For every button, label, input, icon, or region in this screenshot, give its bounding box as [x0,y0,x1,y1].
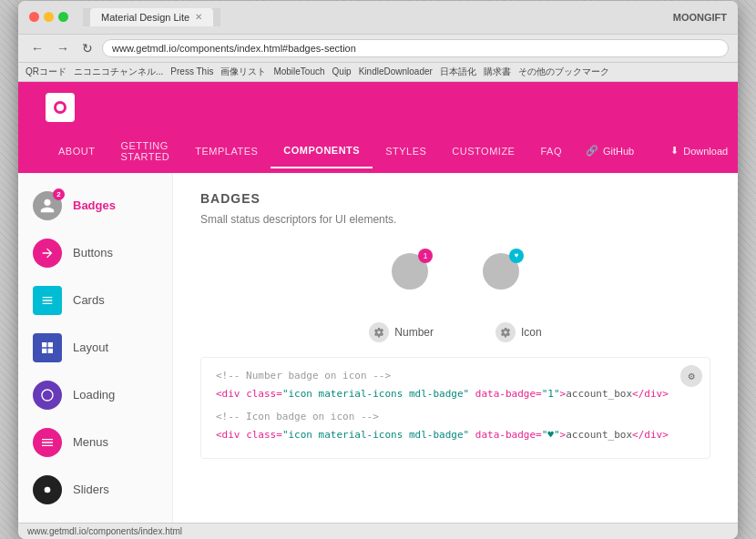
nav-item-templates[interactable]: TEMPLATES [182,135,271,168]
code-val-3: "icon material-icons mdl-badge" [282,429,469,441]
code-settings-button[interactable]: ⚙ [680,365,702,387]
code-val-4: "♥" [542,429,560,441]
sidebar-item-layout[interactable]: Layout [18,324,172,371]
code-text-2: account_box [566,429,632,441]
layout-icon [33,333,62,362]
code-val-2: "1" [542,388,560,400]
demo-badge-icon-label: ♥ [509,249,524,263]
site-nav: ABOUT GETTING STARTED TEMPLATES COMPONEN… [46,129,710,173]
bookmark-item[interactable]: 購求書 [484,66,511,78]
tab-bar: Material Design Lite ✕ [83,8,220,26]
traffic-lights [29,12,68,22]
svg-point-1 [56,104,64,111]
buttons-icon [33,239,62,268]
nav-item-components[interactable]: COMPONENTS [271,134,373,168]
back-button[interactable]: ← [27,39,47,57]
code-comment-2: <!-- Icon badge on icon --> [216,410,695,425]
badges-icon: 2 [33,191,62,220]
sliders-svg-icon [40,483,55,497]
code-tag-3: </div> [632,388,669,400]
icon-demo-button[interactable]: Icon [483,317,555,348]
close-button[interactable] [29,12,39,22]
icon-btn-label: Icon [521,326,542,339]
sidebar-label-layout: Layout [73,341,108,354]
code-tag-1: <div [216,388,246,400]
refresh-button[interactable]: ↻ [78,39,97,57]
forward-button[interactable]: → [53,39,73,57]
bookmark-item[interactable]: QRコード [26,66,66,78]
bookmark-item[interactable]: 画像リスト [220,66,266,78]
code-attr-1: class= [246,388,282,400]
site-content: ABOUT GETTING STARTED TEMPLATES COMPONEN… [18,82,738,523]
browser-window: Material Design Lite ✕ MOONGIFT ← → ↻ ww… [18,1,738,539]
demo-avatar-number: 1 [392,253,428,290]
avatar-person-icon [399,260,421,282]
minimize-button[interactable] [44,12,54,22]
sidebar-item-buttons[interactable]: Buttons [18,229,172,277]
title-bar: Material Design Lite ✕ MOONGIFT [18,1,738,35]
sidebar-label-cards: Cards [73,293,105,307]
badge-count: 2 [53,188,65,200]
code-attr-4: data-badge= [469,429,541,441]
code-val-1: "icon material-icons mdl-badge" [282,388,469,400]
settings-icon [373,327,384,338]
demo-area: 1 ♥ [200,244,710,299]
sidebar-label-menus: Menus [73,435,108,449]
bookmark-item[interactable]: その他のブックマーク [518,66,609,78]
arrow-icon [40,246,55,260]
number-btn-label: Number [394,326,434,339]
nav-item-customize[interactable]: CUSTOMIZE [439,135,527,168]
sidebar-item-badges[interactable]: 2 Badges [18,182,172,229]
code-line-1: <div class="icon material-icons mdl-badg… [216,387,695,402]
code-attr-2: data-badge= [469,388,541,400]
tab-title: Material Design Lite [101,12,189,23]
site-header: ABOUT GETTING STARTED TEMPLATES COMPONEN… [18,82,738,173]
nav-item-about[interactable]: ABOUT [46,135,107,168]
bookmark-item[interactable]: KindleDownloader [359,66,433,76]
url-bar[interactable]: www.getmdl.io/components/index.html#badg… [102,39,729,57]
settings-icon-2 [500,327,511,338]
sidebar-item-cards[interactable]: Cards [18,277,172,324]
layout-svg-icon [40,341,55,355]
logo-svg [51,98,69,117]
code-text-1: account_box [566,388,632,400]
cards-icon [33,286,62,315]
bookmark-item[interactable]: MobileTouch [273,66,324,76]
bookmark-item[interactable]: Quip [332,66,352,76]
nav-item-getting-started[interactable]: GETTING STARTED [107,129,182,173]
sidebar-item-menus[interactable]: Menus [18,419,172,466]
title-bar-right-label: MOONGIFT [673,12,727,23]
github-link[interactable]: 🔗 GitHub [575,136,645,166]
sidebar-item-sliders[interactable]: Sliders [18,466,172,514]
nav-item-styles[interactable]: STYLES [373,135,439,168]
avatar-person-icon-2 [490,260,512,282]
content-area: BADGES Small status descriptors for UI e… [173,173,738,523]
download-link[interactable]: ⬇ Download [659,136,738,166]
sliders-icon [33,475,62,504]
code-area: <!-- Number badge on icon --> <div class… [200,357,710,459]
download-icon: ⬇ [670,145,679,157]
number-demo-button[interactable]: Number [356,317,446,348]
demo-avatar-icon: ♥ [483,253,519,290]
sidebar-item-loading[interactable]: Loading [18,371,172,419]
nav-right: 🔗 GitHub ⬇ Download [575,136,738,166]
code-line-2: <div class="icon material-icons mdl-badg… [216,428,695,443]
bookmark-item[interactable]: ニコニコチャンネル... [74,66,163,78]
svg-point-2 [45,486,51,493]
site-logo[interactable] [46,82,710,129]
address-bar: ← → ↻ www.getmdl.io/components/index.htm… [18,35,738,63]
sidebar-label-badges: Badges [73,198,116,212]
tab-close-icon[interactable]: ✕ [195,12,202,22]
github-icon: 🔗 [586,145,598,157]
status-url: www.getmdl.io/components/index.html [27,526,182,536]
code-tag-4: <div [216,429,246,441]
main-layout: 2 Badges Buttons Cards [18,173,738,523]
browser-tab[interactable]: Material Design Lite ✕ [90,8,213,26]
nav-item-faq[interactable]: FAQ [527,135,575,168]
url-text: www.getmdl.io/components/index.html#badg… [112,43,356,54]
sidebar: 2 Badges Buttons Cards [18,173,173,523]
loading-icon [33,381,62,410]
bookmark-item[interactable]: Press This [170,66,213,76]
bookmark-item[interactable]: 日本語化 [440,66,476,78]
maximize-button[interactable] [58,12,68,22]
